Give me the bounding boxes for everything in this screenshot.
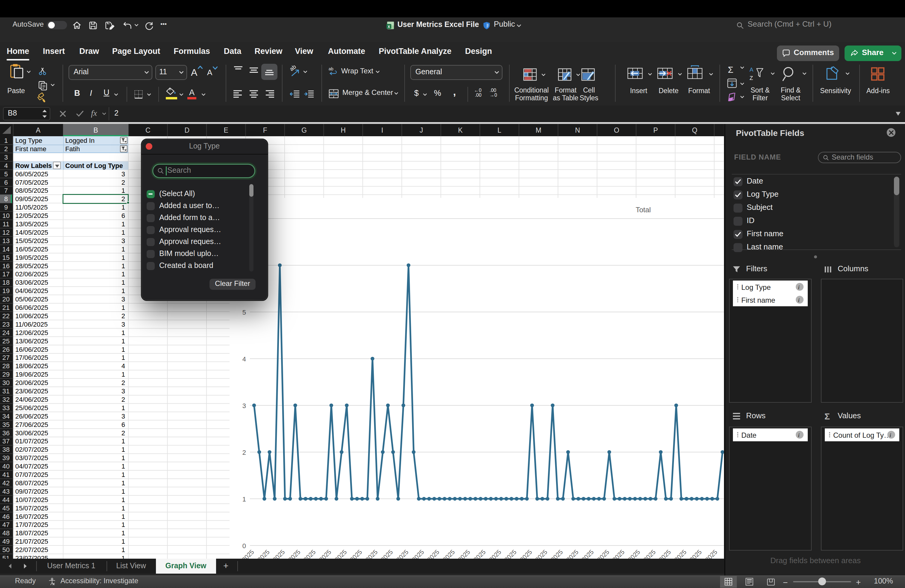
svg-text:ab: ab: [329, 67, 333, 71]
svg-text:Z: Z: [749, 75, 753, 81]
svg-text:x: x: [388, 24, 390, 29]
svg-text:A: A: [749, 67, 753, 73]
